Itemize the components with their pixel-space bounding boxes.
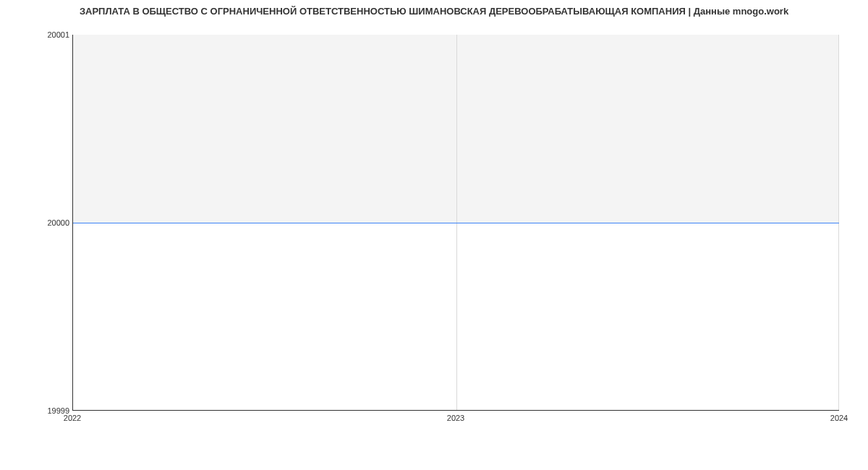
y-tick-top: 20001 (3, 30, 69, 39)
x-tick-2022: 2022 (64, 414, 81, 422)
y-tick-bottom: 19999 (3, 406, 69, 415)
chart-title: ЗАРПЛАТА В ОБЩЕСТВО С ОГРНАНИЧЕННОЙ ОТВЕ… (0, 6, 868, 17)
chart-container: ЗАРПЛАТА В ОБЩЕСТВО С ОГРНАНИЧЕННОЙ ОТВЕ… (0, 0, 868, 470)
x-tick-2024: 2024 (830, 414, 848, 422)
x-tick-2023: 2023 (447, 414, 464, 422)
series-line (73, 223, 839, 223)
y-tick-mid: 20000 (3, 218, 69, 227)
plot-area (72, 35, 839, 411)
